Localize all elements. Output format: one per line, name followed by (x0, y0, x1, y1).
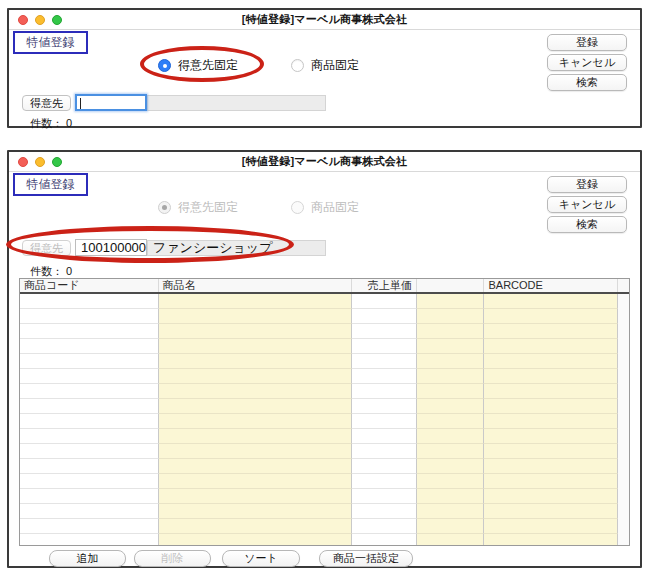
cell-extra[interactable] (417, 294, 485, 309)
table-scrollbar-track[interactable] (618, 504, 629, 519)
cell-extra[interactable] (417, 429, 485, 444)
search-button[interactable]: 検索 (547, 74, 627, 91)
cell-product-name[interactable] (159, 489, 352, 504)
cell-extra[interactable] (417, 354, 485, 369)
cell-unit-price[interactable] (352, 324, 417, 339)
table-scrollbar-track[interactable] (618, 489, 629, 504)
cell-product-name[interactable] (159, 534, 352, 546)
cell-product-name[interactable] (159, 384, 352, 399)
cell-unit-price[interactable] (352, 459, 417, 474)
cell-product-name[interactable] (159, 429, 352, 444)
cell-unit-price[interactable] (352, 294, 417, 309)
table-scrollbar-track[interactable] (618, 444, 629, 459)
cell-unit-price[interactable] (352, 384, 417, 399)
cell-unit-price[interactable] (352, 339, 417, 354)
table-scrollbar-track[interactable] (618, 369, 629, 384)
cell-product-code[interactable] (20, 339, 159, 354)
customer-lookup-button[interactable]: 得意先 (22, 95, 71, 111)
cell-extra[interactable] (417, 489, 485, 504)
close-icon[interactable] (18, 157, 28, 167)
cell-barcode[interactable] (484, 474, 618, 489)
cell-product-code[interactable] (20, 369, 159, 384)
close-icon[interactable] (18, 15, 28, 25)
register-button[interactable]: 登録 (547, 34, 627, 51)
cell-product-code[interactable] (20, 354, 159, 369)
radio-selected-icon[interactable] (158, 59, 171, 72)
cell-product-name[interactable] (159, 324, 352, 339)
cell-product-name[interactable] (159, 504, 352, 519)
cell-barcode[interactable] (484, 384, 618, 399)
cell-barcode[interactable] (484, 489, 618, 504)
cell-product-code[interactable] (20, 519, 159, 534)
cell-product-code[interactable] (20, 459, 159, 474)
cell-unit-price[interactable] (352, 504, 417, 519)
cell-extra[interactable] (417, 324, 485, 339)
cell-product-name[interactable] (159, 354, 352, 369)
cell-extra[interactable] (417, 399, 485, 414)
table-scrollbar-track[interactable] (618, 294, 629, 309)
search-button[interactable]: 検索 (547, 216, 627, 233)
cell-extra[interactable] (417, 459, 485, 474)
radio-customer-fixed[interactable]: 得意先固定 (158, 57, 238, 74)
sort-button[interactable]: ソート (222, 550, 300, 567)
table-scrollbar-track[interactable] (618, 384, 629, 399)
cell-unit-price[interactable] (352, 489, 417, 504)
table-scrollbar-track[interactable] (618, 324, 629, 339)
table-scrollbar-track[interactable] (618, 339, 629, 354)
minimize-icon[interactable] (35, 15, 45, 25)
table-scrollbar-track[interactable] (618, 429, 629, 444)
table-scrollbar-track[interactable] (618, 459, 629, 474)
cell-barcode[interactable] (484, 339, 618, 354)
cell-product-code[interactable] (20, 429, 159, 444)
cell-unit-price[interactable] (352, 369, 417, 384)
cell-barcode[interactable] (484, 369, 618, 384)
customer-code-input[interactable] (75, 94, 147, 111)
table-scrollbar-track[interactable] (618, 534, 629, 546)
cell-barcode[interactable] (484, 429, 618, 444)
cell-extra[interactable] (417, 369, 485, 384)
cell-extra[interactable] (417, 504, 485, 519)
table-scrollbar-track[interactable] (618, 309, 629, 324)
cell-product-code[interactable] (20, 294, 159, 309)
register-button[interactable]: 登録 (547, 176, 627, 193)
cell-extra[interactable] (417, 339, 485, 354)
cell-product-code[interactable] (20, 489, 159, 504)
cell-product-name[interactable] (159, 459, 352, 474)
table-scrollbar-track[interactable] (618, 519, 629, 534)
cell-unit-price[interactable] (352, 444, 417, 459)
cell-product-code[interactable] (20, 399, 159, 414)
cell-product-name[interactable] (159, 444, 352, 459)
table-scrollbar-track[interactable] (618, 399, 629, 414)
cell-extra[interactable] (417, 384, 485, 399)
cell-product-code[interactable] (20, 504, 159, 519)
cell-barcode[interactable] (484, 444, 618, 459)
cell-unit-price[interactable] (352, 474, 417, 489)
cell-unit-price[interactable] (352, 414, 417, 429)
cell-product-code[interactable] (20, 309, 159, 324)
cancel-button[interactable]: キャンセル (547, 196, 627, 213)
radio-unselected-icon[interactable] (291, 59, 304, 72)
cell-barcode[interactable] (484, 324, 618, 339)
table-scrollbar-track[interactable] (618, 474, 629, 489)
cell-extra[interactable] (417, 414, 485, 429)
cell-barcode[interactable] (484, 519, 618, 534)
cell-extra[interactable] (417, 474, 485, 489)
cell-unit-price[interactable] (352, 519, 417, 534)
cell-extra[interactable] (417, 519, 485, 534)
table-scrollbar-track[interactable] (618, 354, 629, 369)
cell-product-name[interactable] (159, 519, 352, 534)
table-scrollbar-track[interactable] (618, 414, 629, 429)
cell-unit-price[interactable] (352, 429, 417, 444)
cell-product-code[interactable] (20, 384, 159, 399)
cell-barcode[interactable] (484, 534, 618, 546)
cell-barcode[interactable] (484, 414, 618, 429)
cell-barcode[interactable] (484, 504, 618, 519)
cell-extra[interactable] (417, 444, 485, 459)
zoom-icon[interactable] (52, 15, 62, 25)
customer-code-input[interactable]: 100100000 (75, 239, 147, 256)
cancel-button[interactable]: キャンセル (547, 54, 627, 71)
cell-unit-price[interactable] (352, 399, 417, 414)
cell-product-name[interactable] (159, 309, 352, 324)
cell-product-code[interactable] (20, 324, 159, 339)
cell-extra[interactable] (417, 309, 485, 324)
